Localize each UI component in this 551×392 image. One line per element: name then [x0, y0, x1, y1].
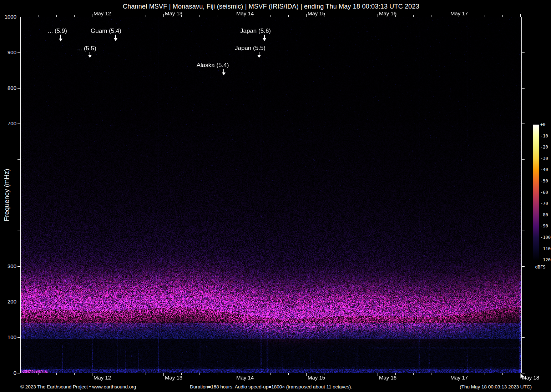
- annotation-label: ... (5.9): [48, 27, 67, 35]
- y-tick-left: [17, 337, 20, 338]
- footer-duration-info: Duration=168 hours. Audio speed-up=1800×…: [20, 384, 522, 390]
- chart-title: Channel MSVF | Monasavu, Fiji (seismic) …: [20, 3, 522, 10]
- spectrogram-plot-area: May 12May 13May 14May 15May 16May 17May …: [20, 17, 522, 373]
- x-tick-label-bottom: May 16: [379, 375, 396, 381]
- x-tick-label-top: May 15: [308, 10, 325, 16]
- x-tick-label-bottom: May 14: [236, 375, 254, 381]
- annotation-label: Japan (5.5): [235, 45, 266, 52]
- x-tick-label-bottom: May 13: [165, 375, 182, 381]
- x-minor-tick-top: [502, 15, 503, 17]
- x-tick-label-top: May 16: [379, 10, 396, 16]
- colorbar: [533, 125, 539, 260]
- x-minor-tick-top: [449, 14, 449, 17]
- x-minor-tick-top: [163, 14, 164, 17]
- x-minor-tick-top: [92, 14, 92, 17]
- y-axis-label: Frequency (mHz): [3, 141, 12, 248]
- spectrogram-canvas: [20, 17, 522, 373]
- y-tick-right: [522, 302, 525, 302]
- x-minor-tick-bottom: [199, 373, 199, 375]
- footer-timestamp: (Thu May 18 00:03:13 2023 UTC): [460, 384, 532, 390]
- colorbar-tick-label: -20: [540, 144, 551, 150]
- colorbar-tick-label: -110: [540, 246, 551, 252]
- annotation-label: Japan (5.6): [240, 27, 271, 35]
- annotation-label: Alaska (5.4): [197, 62, 229, 69]
- annotation-arrow-down-icon: [113, 35, 118, 41]
- annotation-arrow-down-icon: [59, 35, 63, 41]
- x-axis-top-line: [20, 17, 522, 17]
- x-tick-label-bottom: May 12: [93, 375, 111, 381]
- y-tick-left: [17, 373, 20, 373]
- y-tick-right: [522, 231, 525, 231]
- x-minor-tick-bottom: [342, 373, 342, 375]
- x-tick-label-top: May 12: [93, 10, 111, 16]
- x-minor-tick-bottom: [288, 373, 289, 375]
- x-minor-tick-top: [360, 15, 360, 17]
- y-tick-label: 300: [1, 263, 16, 270]
- y-tick-left: [17, 124, 20, 124]
- colorbar-tick-label: -80: [540, 212, 551, 218]
- x-tick-label-top: May 13: [165, 10, 182, 16]
- colorbar-tick-label: -10: [540, 133, 551, 139]
- x-minor-tick-bottom: [413, 373, 414, 375]
- x-minor-tick-bottom: [306, 373, 307, 376]
- y-tick-left: [17, 52, 20, 53]
- colorbar-tick-label: -120: [540, 257, 551, 263]
- colorbar-tick-label: -90: [540, 223, 551, 229]
- x-axis-bottom-line: [20, 373, 522, 373]
- x-minor-tick-top: [235, 14, 235, 17]
- x-minor-tick-top: [520, 14, 521, 17]
- y-tick-right: [522, 17, 525, 17]
- y-tick-label: 1000: [1, 14, 16, 20]
- x-minor-tick-bottom: [431, 373, 431, 375]
- x-minor-tick-bottom: [360, 373, 360, 375]
- y-tick-left: [17, 17, 20, 17]
- x-minor-tick-bottom: [485, 373, 485, 375]
- y-tick-right: [522, 88, 525, 89]
- x-minor-tick-top: [199, 15, 199, 17]
- y-tick-left: [17, 159, 20, 160]
- x-minor-tick-bottom: [146, 373, 146, 375]
- y-tick-right: [522, 159, 525, 160]
- x-minor-tick-bottom: [235, 373, 235, 376]
- x-minor-tick-top: [146, 15, 146, 17]
- y-tick-label: 100: [1, 334, 16, 341]
- colorbar-tick-label: -60: [540, 190, 551, 195]
- x-minor-tick-bottom: [271, 373, 271, 375]
- x-minor-tick-top: [271, 15, 271, 17]
- y-tick-label: 0: [1, 370, 16, 376]
- x-minor-tick-top: [431, 15, 431, 17]
- colorbar-tick-label: +0: [540, 122, 551, 127]
- x-minor-tick-top: [39, 15, 39, 17]
- x-tick-label-bottom: May 15: [308, 375, 325, 381]
- annotation-label: Guam (5.4): [91, 27, 121, 35]
- y-tick-left: [17, 88, 20, 89]
- annotation-arrow-down-icon: [88, 52, 92, 58]
- colorbar-tick-label: -100: [540, 235, 551, 240]
- x-minor-tick-top: [217, 15, 217, 17]
- y-tick-right: [522, 266, 525, 267]
- x-tick-label-top: May 17: [450, 10, 468, 16]
- y-tick-right: [522, 337, 525, 338]
- x-minor-tick-bottom: [449, 373, 449, 376]
- y-tick-right: [522, 195, 525, 195]
- colorbar-tick-label: -40: [540, 167, 551, 172]
- x-minor-tick-top: [128, 15, 128, 17]
- y-tick-left: [17, 302, 20, 302]
- annotation-arrow-down-icon: [262, 35, 267, 41]
- y-tick-label: 700: [1, 120, 16, 127]
- x-minor-tick-bottom: [502, 373, 503, 375]
- annotation-label: ... (5.5): [77, 45, 96, 52]
- x-minor-tick-bottom: [74, 373, 75, 375]
- y-tick-left: [17, 266, 20, 267]
- x-minor-tick-bottom: [39, 373, 39, 375]
- x-minor-tick-bottom: [378, 373, 378, 376]
- annotation-arrow-down-icon: [257, 52, 261, 58]
- mouse-cursor-icon: [520, 373, 525, 381]
- x-minor-tick-top: [56, 15, 57, 17]
- y-tick-right: [522, 124, 525, 124]
- x-minor-tick-top: [485, 15, 485, 17]
- y-axis-left-line: [20, 17, 21, 373]
- x-minor-tick-top: [342, 15, 342, 17]
- y-tick-left: [17, 231, 20, 231]
- y-tick-label: 200: [1, 298, 16, 305]
